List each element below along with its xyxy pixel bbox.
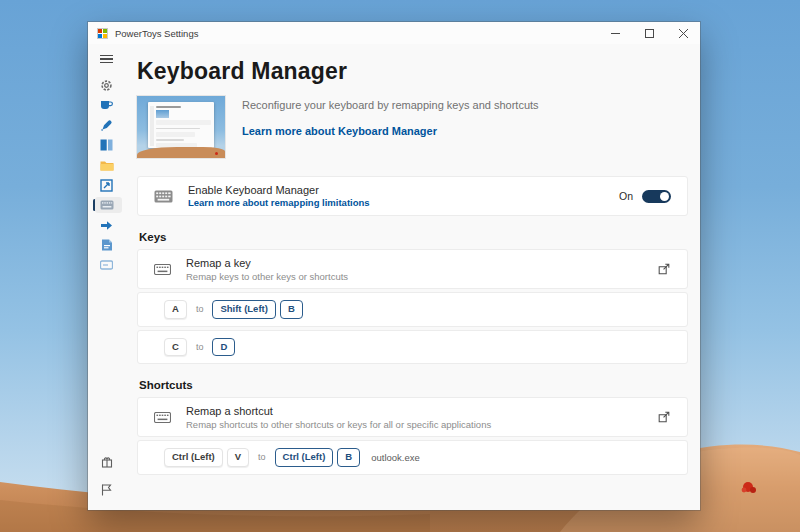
- keyboard-icon: [100, 200, 114, 210]
- target-key-chip: B: [337, 448, 360, 467]
- source-key-chip: C: [164, 338, 187, 357]
- sidebar-item-whats-new[interactable]: [88, 452, 125, 472]
- resize-arrows-icon: [100, 179, 113, 192]
- preview-grass: [137, 147, 225, 158]
- sidebar-item-image-resizer[interactable]: [88, 175, 125, 195]
- remapping-limitations-link[interactable]: Learn more about remapping limitations: [188, 197, 370, 208]
- arrow-right-icon: [100, 220, 113, 231]
- shortcuts-section-label: Shortcuts: [139, 379, 686, 391]
- learn-more-link[interactable]: Learn more about Keyboard Manager: [242, 125, 437, 137]
- remap-a-shortcut-card[interactable]: Remap a shortcut Remap shortcuts to othe…: [137, 397, 688, 437]
- sidebar-bottom: [88, 452, 125, 500]
- sidebar-item-awake[interactable]: [88, 95, 125, 115]
- maximize-icon: [645, 29, 654, 38]
- launch-icon: [657, 410, 671, 424]
- to-label: to: [258, 452, 266, 462]
- sidebar-item-fancyzones[interactable]: [88, 135, 125, 155]
- preview-flower: [215, 152, 218, 155]
- target-key-chip: B: [280, 300, 303, 319]
- folder-icon: [100, 160, 114, 171]
- sidebar-item-powerrename[interactable]: [88, 235, 125, 255]
- open-remap-shortcut-button[interactable]: [657, 410, 671, 424]
- powertoys-settings-window: PowerToys Settings: [88, 22, 700, 510]
- search-box-icon: [100, 260, 113, 270]
- open-remap-key-button[interactable]: [657, 262, 671, 276]
- window-layout-icon: [100, 139, 113, 151]
- sidebar-item-powertoys-run[interactable]: [88, 255, 125, 275]
- about-section: Reconfigure your keyboard by remapping k…: [137, 96, 688, 158]
- main-content: Keyboard Manager: [125, 44, 700, 510]
- remap-a-key-card[interactable]: Remap a key Remap keys to other keys or …: [137, 249, 688, 289]
- enable-toggle[interactable]: [642, 190, 671, 203]
- page-description: Reconfigure your keyboard by remapping k…: [242, 99, 539, 111]
- remap-shortcut-subtitle: Remap shortcuts to other shortcuts or ke…: [186, 419, 491, 430]
- key-mapping-row: CtoD: [137, 330, 688, 365]
- keyboard-outline-icon: [154, 412, 171, 423]
- sidebar-item-feedback[interactable]: [88, 480, 125, 500]
- close-icon: [679, 29, 688, 38]
- close-button[interactable]: [666, 22, 700, 44]
- keyboard-outline-icon: [154, 264, 171, 275]
- titlebar[interactable]: PowerToys Settings: [88, 22, 700, 44]
- minimize-button[interactable]: [598, 22, 632, 44]
- key-mapping-row: AtoShift (Left)B: [137, 292, 688, 327]
- sidebar-item-mouse-utilities[interactable]: [88, 215, 125, 235]
- remap-shortcut-title: Remap a shortcut: [186, 405, 491, 417]
- sidebar-item-general[interactable]: [88, 75, 125, 95]
- target-key-chip: D: [212, 338, 235, 357]
- sidebar-item-file-explorer[interactable]: [88, 155, 125, 175]
- target-app-label: outlook.exe: [371, 452, 420, 463]
- shortcut-mapping-row: Ctrl (Left)VtoCtrl (Left)Boutlook.exe: [137, 440, 688, 475]
- toggle-knob: [660, 192, 669, 201]
- remap-key-subtitle: Remap keys to other keys or shortcuts: [186, 271, 348, 282]
- module-preview-image: [137, 96, 225, 158]
- gear-icon: [100, 79, 113, 92]
- rename-file-icon: [101, 239, 113, 251]
- target-key-chip: Shift (Left): [212, 300, 276, 319]
- source-key-chip: Ctrl (Left): [164, 448, 223, 467]
- launch-icon: [657, 262, 671, 276]
- preview-mini-window: [148, 102, 214, 148]
- to-label: to: [196, 304, 204, 314]
- keyboard-icon: [154, 190, 173, 203]
- maximize-button[interactable]: [632, 22, 666, 44]
- enable-keyboard-manager-card: Enable Keyboard Manager Learn more about…: [137, 176, 688, 216]
- coffee-cup-icon: [100, 99, 113, 111]
- sidebar-item-keyboard-manager[interactable]: [88, 195, 125, 215]
- minimize-icon: [611, 29, 620, 38]
- window-title: PowerToys Settings: [115, 28, 198, 39]
- sidebar: [88, 44, 125, 510]
- source-key-chip: A: [164, 300, 187, 319]
- toggle-state-label: On: [619, 190, 633, 202]
- page-title: Keyboard Manager: [137, 58, 688, 85]
- remap-key-title: Remap a key: [186, 257, 348, 269]
- source-key-chip: V: [227, 448, 249, 467]
- keys-section-label: Keys: [139, 231, 686, 243]
- hamburger-menu-button[interactable]: [88, 51, 125, 67]
- gift-box-icon: [101, 456, 113, 468]
- target-key-chip: Ctrl (Left): [275, 448, 334, 467]
- window-controls: [598, 22, 700, 44]
- eyedropper-icon: [100, 119, 113, 132]
- sidebar-item-color-picker[interactable]: [88, 115, 125, 135]
- enable-title: Enable Keyboard Manager: [188, 184, 370, 196]
- powertoys-app-icon: [97, 28, 108, 39]
- to-label: to: [196, 342, 204, 352]
- flag-icon: [101, 484, 112, 496]
